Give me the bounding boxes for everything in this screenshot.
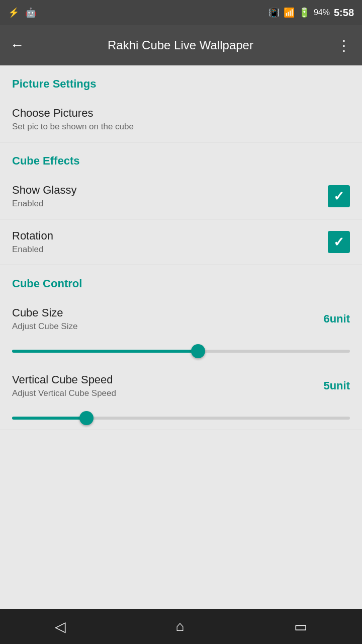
vertical-cube-speed-title: Vertical Cube Speed	[12, 373, 116, 386]
overflow-menu-button[interactable]: ⋮	[337, 37, 352, 54]
app-bar-title: Rakhi Cube Live Wallpaper	[34, 38, 327, 52]
cube-size-title: Cube Size	[12, 306, 77, 319]
status-bar-right: 📳 📶 🔋 94% 5:58	[268, 7, 354, 19]
cube-size-text: Cube Size Adjust Cube Size	[12, 306, 77, 332]
show-glassy-checkbox[interactable]: ✓	[328, 185, 350, 207]
cube-control-header: Cube Control	[0, 265, 362, 296]
settings-content: Picture Settings Choose Pictures Set pic…	[0, 65, 362, 644]
status-bar-left: ⚡ 🤖	[8, 7, 36, 18]
show-glassy-item[interactable]: Show Glassy Enabled ✓	[0, 174, 362, 219]
cube-effects-header: Cube Effects	[0, 142, 362, 174]
show-glassy-text: Show Glassy Enabled	[12, 184, 76, 209]
time-display: 5:58	[334, 7, 354, 19]
vertical-cube-speed-section: Vertical Cube Speed Adjust Vertical Cube…	[0, 363, 362, 430]
choose-pictures-item[interactable]: Choose Pictures Set pic to be shown on t…	[0, 97, 362, 142]
vertical-cube-speed-slider-thumb[interactable]	[79, 411, 94, 425]
android-icon: 🤖	[25, 7, 36, 18]
bottom-navigation: ◁ ⌂ ▭	[0, 609, 362, 644]
cube-size-section: Cube Size Adjust Cube Size 6unit	[0, 296, 362, 363]
signal-icon: 📶	[284, 7, 295, 18]
rotation-text: Rotation Enabled	[12, 229, 53, 255]
usb-icon: ⚡	[8, 7, 19, 18]
vertical-cube-speed-text: Vertical Cube Speed Adjust Vertical Cube…	[12, 373, 116, 398]
cube-size-subtitle: Adjust Cube Size	[12, 321, 77, 332]
vertical-cube-speed-item[interactable]: Vertical Cube Speed Adjust Vertical Cube…	[0, 363, 362, 409]
vertical-cube-speed-subtitle: Adjust Vertical Cube Speed	[12, 388, 116, 398]
rotation-subtitle: Enabled	[12, 245, 53, 255]
app-bar: ← Rakhi Cube Live Wallpaper ⋮	[0, 25, 362, 65]
choose-pictures-text: Choose Pictures Set pic to be shown on t…	[12, 107, 134, 132]
show-glassy-title: Show Glassy	[12, 184, 76, 197]
vertical-cube-speed-value: 5unit	[323, 379, 350, 392]
cube-size-slider-container	[0, 342, 362, 363]
vertical-cube-speed-slider-container	[0, 409, 362, 430]
rotation-checkbox[interactable]: ✓	[328, 231, 350, 253]
vertical-cube-speed-slider-track[interactable]	[12, 417, 350, 420]
choose-pictures-subtitle: Set pic to be shown on the cube	[12, 122, 134, 132]
status-bar: ⚡ 🤖 📳 📶 🔋 94% 5:58	[0, 0, 362, 25]
battery-icon: 🔋	[299, 7, 310, 18]
cube-size-value: 6unit	[323, 312, 350, 326]
battery-percent: 94%	[314, 8, 330, 17]
picture-settings-header: Picture Settings	[0, 65, 362, 97]
cube-size-slider-fill	[12, 350, 198, 353]
show-glassy-subtitle: Enabled	[12, 199, 76, 209]
show-glassy-check-icon: ✓	[333, 189, 344, 204]
back-button[interactable]: ←	[10, 37, 24, 53]
vibrate-icon: 📳	[268, 7, 280, 18]
nav-back-button[interactable]: ◁	[40, 613, 81, 640]
rotation-check-icon: ✓	[333, 234, 344, 250]
cube-size-slider-track[interactable]	[12, 350, 350, 353]
vertical-cube-speed-slider-fill	[12, 417, 86, 420]
nav-recent-button[interactable]: ▭	[279, 613, 322, 640]
cube-size-slider-thumb[interactable]	[191, 344, 205, 358]
nav-home-button[interactable]: ⌂	[161, 613, 200, 639]
rotation-title: Rotation	[12, 229, 53, 243]
choose-pictures-title: Choose Pictures	[12, 107, 134, 120]
cube-size-item[interactable]: Cube Size Adjust Cube Size 6unit	[0, 296, 362, 342]
rotation-item[interactable]: Rotation Enabled ✓	[0, 219, 362, 265]
